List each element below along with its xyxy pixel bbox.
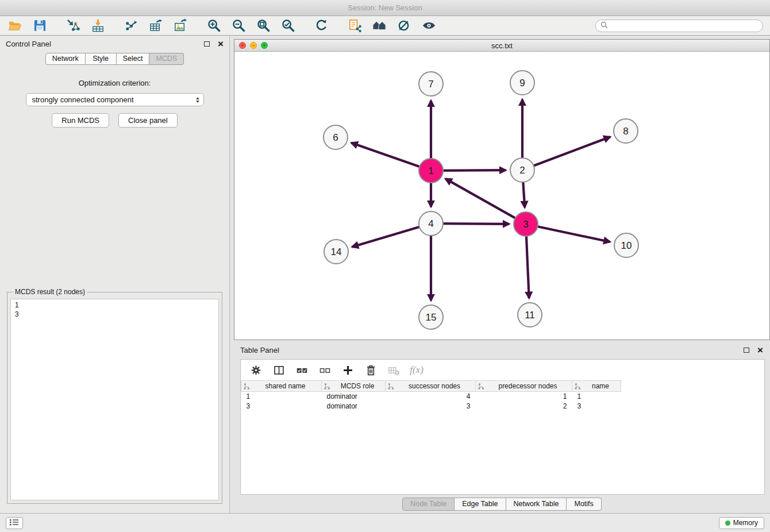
graph-node-11[interactable]: 11 bbox=[518, 303, 542, 327]
graph-node-15[interactable]: 15 bbox=[419, 305, 443, 329]
window-minimize-button[interactable]: − bbox=[250, 42, 257, 49]
control-tab-select[interactable]: Select bbox=[117, 53, 150, 65]
open-file-button[interactable] bbox=[7, 18, 23, 34]
memory-button[interactable]: Memory bbox=[719, 517, 764, 529]
zoom-in-icon bbox=[207, 18, 221, 33]
cell-predecessor-nodes[interactable]: 2 bbox=[476, 402, 572, 411]
task-history-button[interactable] bbox=[6, 517, 23, 529]
cell-predecessor-nodes[interactable]: 1 bbox=[476, 392, 572, 402]
tab-node-table[interactable]: Node Table bbox=[402, 498, 455, 511]
table-panel-float-icon[interactable] bbox=[744, 348, 749, 353]
column-header-successor-nodes[interactable]: successor nodes bbox=[386, 381, 476, 392]
node-table-container: f(x) shared nameMCDS rolesuccessor nodes… bbox=[240, 359, 765, 495]
control-tab-style[interactable]: Style bbox=[86, 53, 117, 65]
zoom-selected-icon bbox=[281, 18, 295, 33]
table-row[interactable]: 3dominator323 bbox=[241, 402, 621, 411]
graph-edge-1-2[interactable] bbox=[440, 170, 506, 171]
close-panel-button[interactable]: Close panel bbox=[118, 113, 178, 128]
main-area: Control Panel × NetworkStyleSelectMCDS O… bbox=[0, 36, 770, 513]
home-button[interactable] bbox=[371, 18, 387, 34]
zoom-fit-button[interactable] bbox=[255, 18, 271, 34]
tab-edge-table[interactable]: Edge Table bbox=[455, 498, 506, 511]
graph-edge-4-3[interactable] bbox=[440, 223, 509, 224]
show-columns-button[interactable] bbox=[272, 363, 286, 377]
import-table-button[interactable] bbox=[90, 18, 106, 34]
graph-edge-2-3[interactable] bbox=[523, 179, 525, 207]
graph-node-7[interactable]: 7 bbox=[419, 72, 443, 96]
graph-node-label: 15 bbox=[426, 312, 437, 323]
zoom-out-icon bbox=[232, 18, 246, 33]
settings-button[interactable] bbox=[249, 363, 263, 377]
window-title: Session: New Session bbox=[348, 3, 422, 12]
control-tab-mcds[interactable]: MCDS bbox=[149, 53, 184, 65]
column-header-shared-name[interactable]: shared name bbox=[241, 381, 322, 392]
graph-edge-3-11[interactable] bbox=[526, 233, 529, 298]
tab-network-table[interactable]: Network Table bbox=[506, 498, 567, 511]
eye-button[interactable] bbox=[421, 18, 437, 34]
export-image-button[interactable] bbox=[172, 18, 188, 34]
export-network-button[interactable] bbox=[123, 18, 139, 34]
graph-node-8[interactable]: 8 bbox=[614, 119, 638, 143]
cell-mcds-role[interactable]: dominator bbox=[322, 392, 386, 402]
mcds-result-list[interactable]: 1 3 bbox=[10, 299, 219, 500]
graph-node-14[interactable]: 14 bbox=[324, 240, 348, 264]
run-mcds-button[interactable]: Run MCDS bbox=[52, 113, 109, 128]
table-panel-close-icon[interactable]: × bbox=[757, 345, 763, 355]
add-row-button[interactable] bbox=[341, 363, 355, 377]
details-slash-button[interactable] bbox=[396, 18, 412, 34]
network-canvas[interactable]: 7968124310141511 bbox=[234, 52, 769, 340]
delete-row-button[interactable] bbox=[364, 363, 378, 377]
graph-node-9[interactable]: 9 bbox=[510, 71, 534, 95]
dropdown-stepper-icon bbox=[196, 97, 199, 103]
cell-shared-name[interactable]: 3 bbox=[241, 402, 322, 411]
control-panel-float-icon[interactable] bbox=[204, 41, 210, 47]
graph-node-3[interactable]: 3 bbox=[514, 212, 538, 236]
graph-node-label: 8 bbox=[623, 126, 628, 137]
graph-edge-2-8[interactable] bbox=[531, 137, 610, 167]
zoom-out-button[interactable] bbox=[230, 18, 247, 34]
graph-edge-3-1[interactable] bbox=[445, 179, 518, 219]
export-table-button[interactable] bbox=[148, 18, 164, 34]
cell-mcds-role[interactable]: dominator bbox=[322, 402, 386, 411]
mcds-panel: Optimization criterion: strongly connect… bbox=[0, 65, 229, 513]
status-bar: Memory bbox=[0, 513, 770, 532]
search-input[interactable] bbox=[611, 22, 758, 30]
graph-node-2[interactable]: 2 bbox=[510, 158, 534, 182]
tab-motifs[interactable]: Motifs bbox=[567, 498, 601, 511]
graph-node-10[interactable]: 10 bbox=[614, 233, 638, 257]
control-tab-network[interactable]: Network bbox=[45, 53, 86, 65]
deselect-all-columns-button[interactable] bbox=[318, 363, 332, 377]
optimization-criterion-dropdown[interactable]: strongly connected component bbox=[26, 93, 204, 106]
cell-name[interactable]: 3 bbox=[572, 402, 621, 411]
graph-edge-3-10[interactable] bbox=[535, 226, 610, 242]
graph-edge-4-14[interactable] bbox=[352, 226, 422, 247]
table-panel-header: Table Panel × bbox=[234, 343, 770, 357]
window-close-button[interactable]: × bbox=[239, 42, 246, 49]
window-titlebar[interactable]: Session: New Session bbox=[0, 0, 770, 16]
column-header-name[interactable]: name bbox=[572, 381, 621, 392]
column-header-predecessor-nodes[interactable]: predecessor nodes bbox=[476, 381, 572, 392]
graph-edge-1-6[interactable] bbox=[351, 143, 422, 168]
graph-node-6[interactable]: 6 bbox=[324, 125, 348, 149]
table-row[interactable]: 1dominator411 bbox=[241, 392, 621, 402]
graph-node-label: 1 bbox=[428, 165, 433, 176]
zoom-selected-button[interactable] bbox=[280, 18, 296, 34]
right-workspace: × − + scc.txt 7968124310141511 Table Pan… bbox=[230, 36, 770, 513]
optimization-criterion-label: Optimization criterion: bbox=[0, 79, 229, 87]
column-header-mcds-role[interactable]: MCDS role bbox=[322, 381, 386, 392]
network-window-titlebar[interactable]: × − + scc.txt bbox=[234, 40, 769, 52]
select-all-columns-button[interactable] bbox=[295, 363, 309, 377]
refresh-layout-button[interactable] bbox=[313, 18, 329, 34]
graph-node-4[interactable]: 4 bbox=[419, 211, 443, 236]
import-network-button[interactable] bbox=[65, 18, 81, 34]
save-button[interactable] bbox=[32, 18, 48, 34]
copy-view-button[interactable] bbox=[346, 18, 363, 34]
control-panel-close-icon[interactable]: × bbox=[218, 39, 224, 49]
window-zoom-button[interactable]: + bbox=[261, 42, 268, 49]
cell-shared-name[interactable]: 1 bbox=[241, 392, 322, 402]
cell-successor-nodes[interactable]: 4 bbox=[386, 392, 476, 402]
cell-successor-nodes[interactable]: 3 bbox=[386, 402, 476, 411]
graph-node-1[interactable]: 1 bbox=[419, 159, 443, 183]
zoom-in-button[interactable] bbox=[206, 18, 222, 34]
cell-name[interactable]: 1 bbox=[572, 392, 621, 402]
